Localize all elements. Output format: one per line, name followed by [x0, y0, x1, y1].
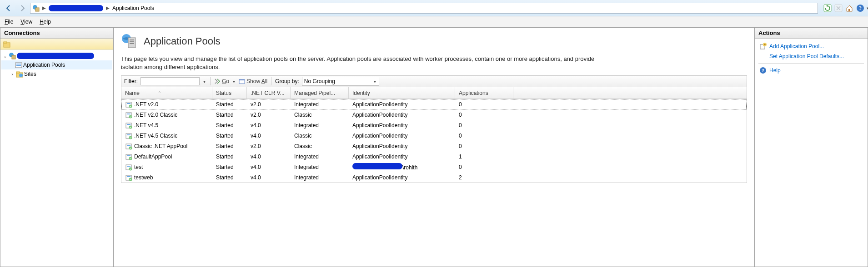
redacted-text — [17, 53, 94, 59]
svg-rect-15 — [16, 72, 20, 73]
svg-rect-4 — [848, 9, 850, 11]
table-row[interactable]: .NET v2.0 ClassicStartedv2.0ClassicAppli… — [121, 109, 747, 120]
app-pool-icon — [125, 174, 132, 181]
action-add-label: Add Application Pool... — [769, 43, 824, 49]
menu-file[interactable]: File — [5, 19, 13, 25]
table-row[interactable]: testStartedv4.0Integrated\rohith0 — [121, 162, 747, 172]
app-pools-page-icon — [121, 33, 137, 49]
svg-rect-43 — [127, 166, 130, 167]
table-row[interactable]: .NET v4.5 ClassicStartedv4.0ClassicAppli… — [121, 130, 747, 141]
svg-point-26 — [129, 104, 132, 108]
svg-point-35 — [129, 136, 132, 139]
col-header-apps[interactable]: Applications — [455, 87, 513, 99]
filter-dropdown-icon[interactable]: ▾ — [202, 79, 206, 84]
svg-rect-21 — [130, 43, 134, 44]
separator — [210, 77, 211, 85]
svg-text:?: ? — [859, 5, 862, 11]
add-app-pool-icon — [759, 43, 767, 50]
svg-rect-23 — [239, 79, 245, 80]
table-row[interactable]: Classic .NET AppPoolStartedv2.0ClassicAp… — [121, 141, 747, 151]
action-help-label: Help — [769, 67, 781, 74]
app-pool-icon — [125, 143, 132, 150]
col-header-status[interactable]: Status — [212, 87, 247, 99]
connections-tree: ⌄ Application Pools › Sites — [0, 49, 113, 80]
svg-text:?: ? — [762, 68, 764, 73]
tree-sites-node[interactable]: › Sites — [1, 69, 112, 79]
help-icon[interactable]: ? ▾ — [855, 3, 865, 13]
pools-grid: Name ⌃ Status .NET CLR V... Managed Pipe… — [121, 87, 747, 183]
svg-rect-31 — [127, 124, 130, 125]
table-row[interactable]: DefaultAppPoolStartedv4.0IntegratedAppli… — [121, 151, 747, 162]
menu-help[interactable]: Help — [40, 19, 51, 25]
blank-icon — [759, 53, 767, 60]
col-header-clr[interactable]: .NET CLR V... — [247, 87, 291, 99]
group-by-select[interactable]: No Grouping ▾ — [302, 77, 379, 86]
server-icon — [9, 52, 16, 59]
col-header-identity[interactable]: Identity — [349, 87, 455, 99]
group-by-value: No Grouping — [304, 78, 335, 84]
forward-button[interactable] — [16, 2, 28, 14]
action-add-app-pool[interactable]: Add Application Pool... — [755, 41, 868, 51]
actions-header: Actions — [755, 28, 868, 39]
breadcrumb-server[interactable] — [49, 5, 103, 11]
svg-rect-34 — [127, 134, 130, 135]
server-icon — [32, 5, 40, 12]
page-title-row: Application Pools — [121, 33, 747, 49]
svg-rect-13 — [16, 65, 21, 66]
tree-server-node[interactable]: ⌄ — [1, 51, 112, 60]
app-pools-icon — [15, 61, 22, 69]
tree-sites-label: Sites — [24, 71, 36, 77]
address-bar: ▶ ▶ Application Pools ? ▾ — [0, 0, 868, 16]
table-row[interactable]: .NET v4.5Startedv4.0IntegratedApplicatio… — [121, 120, 747, 130]
col-header-pipe[interactable]: Managed Pipel... — [291, 87, 349, 99]
app-pool-icon — [125, 153, 132, 160]
grid-body: .NET v2.0Startedv2.0IntegratedApplicatio… — [121, 99, 747, 183]
tree-app-pools-label: Application Pools — [23, 62, 65, 68]
separator — [758, 63, 864, 64]
tree-app-pools-node[interactable]: Application Pools — [1, 60, 112, 69]
svg-rect-1 — [35, 8, 39, 11]
sites-folder-icon — [16, 70, 23, 78]
connect-icon[interactable] — [3, 40, 10, 48]
action-defaults-label: Set Application Pool Defaults... — [769, 53, 844, 59]
menu-view[interactable]: View — [20, 19, 32, 25]
address-field[interactable]: ▶ ▶ Application Pools — [30, 3, 818, 14]
actions-panel: Actions Add Application Pool... Set Appl… — [754, 27, 868, 267]
filter-input[interactable] — [140, 77, 200, 85]
app-pool-icon — [125, 122, 132, 129]
breadcrumb-page[interactable]: Application Pools — [112, 5, 154, 11]
action-set-defaults[interactable]: Set Application Pool Defaults... — [755, 51, 868, 61]
svg-point-38 — [129, 146, 132, 149]
separator — [271, 77, 271, 85]
app-pool-icon — [125, 111, 132, 119]
svg-rect-12 — [16, 64, 21, 64]
svg-point-44 — [129, 167, 132, 170]
group-by-label: Group by: — [275, 78, 299, 84]
chevron-down-icon: ▾ — [373, 79, 377, 84]
back-button[interactable] — [3, 2, 15, 14]
svg-rect-37 — [127, 145, 130, 146]
svg-rect-20 — [130, 41, 134, 42]
svg-rect-18 — [128, 38, 135, 48]
action-help[interactable]: ? Help — [755, 65, 868, 75]
svg-point-47 — [129, 178, 132, 181]
table-row[interactable]: testwebStartedv4.0IntegratedApplicationP… — [121, 172, 747, 183]
table-row[interactable]: .NET v2.0Startedv2.0IntegratedApplicatio… — [121, 99, 747, 109]
svg-point-41 — [129, 157, 132, 160]
page-title: Application Pools — [144, 35, 221, 47]
go-button[interactable]: Go — [214, 78, 229, 84]
expand-icon[interactable]: › — [10, 72, 15, 77]
sort-asc-icon: ⌃ — [158, 91, 161, 95]
col-header-name[interactable]: Name ⌃ — [121, 87, 212, 99]
go-dropdown-icon[interactable]: ▾ — [232, 79, 236, 84]
menu-bar: File View Help — [0, 16, 868, 27]
show-all-button[interactable]: Show All — [239, 78, 267, 84]
refresh-icon[interactable] — [823, 3, 833, 13]
home-icon[interactable] — [844, 3, 854, 13]
svg-point-29 — [129, 115, 132, 118]
svg-rect-25 — [127, 103, 130, 104]
page-description: This page lets you view and manage the l… — [121, 55, 598, 71]
collapse-icon[interactable]: ⌄ — [2, 54, 8, 59]
svg-point-32 — [129, 125, 132, 129]
stop-icon[interactable] — [833, 3, 843, 13]
